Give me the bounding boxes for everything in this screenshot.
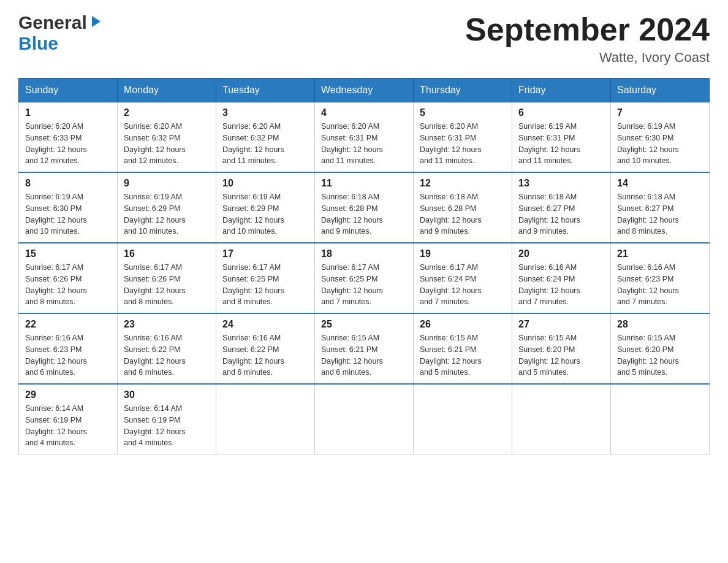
day-number: 25	[321, 319, 407, 330]
month-title: September 2024	[465, 12, 710, 47]
calendar-cell: 8Sunrise: 6:19 AMSunset: 6:30 PMDaylight…	[19, 172, 118, 243]
day-info: Sunrise: 6:18 AMSunset: 6:28 PMDaylight:…	[321, 191, 407, 237]
day-number: 3	[222, 107, 308, 118]
location: Watte, Ivory Coast	[465, 50, 710, 66]
day-number: 6	[518, 107, 604, 118]
day-number: 2	[124, 107, 210, 118]
calendar-week-5: 29Sunrise: 6:14 AMSunset: 6:19 PMDayligh…	[19, 384, 710, 454]
calendar-cell: 15Sunrise: 6:17 AMSunset: 6:26 PMDayligh…	[19, 243, 118, 313]
calendar-cell: 3Sunrise: 6:20 AMSunset: 6:32 PMDaylight…	[216, 102, 315, 173]
calendar-cell: 22Sunrise: 6:16 AMSunset: 6:23 PMDayligh…	[19, 313, 118, 384]
day-info: Sunrise: 6:14 AMSunset: 6:19 PMDaylight:…	[25, 403, 111, 449]
logo-line1: General	[18, 12, 103, 33]
day-number: 20	[518, 248, 604, 259]
day-number: 19	[420, 248, 506, 259]
day-number: 15	[25, 248, 111, 259]
calendar-cell: 29Sunrise: 6:14 AMSunset: 6:19 PMDayligh…	[19, 384, 118, 454]
day-info: Sunrise: 6:16 AMSunset: 6:23 PMDaylight:…	[25, 332, 111, 378]
header-friday: Friday	[512, 79, 611, 102]
day-info: Sunrise: 6:15 AMSunset: 6:21 PMDaylight:…	[420, 332, 506, 378]
header-monday: Monday	[118, 79, 216, 102]
day-number: 28	[617, 319, 703, 330]
calendar-cell: 28Sunrise: 6:15 AMSunset: 6:20 PMDayligh…	[611, 313, 710, 384]
calendar-cell: 4Sunrise: 6:20 AMSunset: 6:31 PMDaylight…	[315, 102, 414, 173]
calendar-cell: 27Sunrise: 6:15 AMSunset: 6:20 PMDayligh…	[512, 313, 611, 384]
calendar-cell: 1Sunrise: 6:20 AMSunset: 6:33 PMDaylight…	[19, 102, 118, 173]
calendar-cell: 17Sunrise: 6:17 AMSunset: 6:25 PMDayligh…	[216, 243, 315, 313]
calendar-week-3: 15Sunrise: 6:17 AMSunset: 6:26 PMDayligh…	[19, 243, 710, 313]
calendar-week-4: 22Sunrise: 6:16 AMSunset: 6:23 PMDayligh…	[19, 313, 710, 384]
day-info: Sunrise: 6:16 AMSunset: 6:22 PMDaylight:…	[222, 332, 308, 378]
day-number: 14	[617, 178, 703, 189]
calendar-cell: 12Sunrise: 6:18 AMSunset: 6:28 PMDayligh…	[414, 172, 512, 243]
calendar-cell: 10Sunrise: 6:19 AMSunset: 6:29 PMDayligh…	[216, 172, 315, 243]
day-number: 10	[222, 178, 308, 189]
day-number: 18	[321, 248, 407, 259]
calendar-cell	[611, 384, 710, 454]
day-number: 16	[124, 248, 210, 259]
calendar-cell: 20Sunrise: 6:16 AMSunset: 6:24 PMDayligh…	[512, 243, 611, 313]
calendar-cell: 30Sunrise: 6:14 AMSunset: 6:19 PMDayligh…	[118, 384, 216, 454]
header-tuesday: Tuesday	[216, 79, 315, 102]
day-info: Sunrise: 6:16 AMSunset: 6:22 PMDaylight:…	[124, 332, 210, 378]
calendar-cell	[315, 384, 414, 454]
day-number: 29	[25, 389, 111, 400]
calendar-cell: 14Sunrise: 6:18 AMSunset: 6:27 PMDayligh…	[611, 172, 710, 243]
day-number: 4	[321, 107, 407, 118]
header-thursday: Thursday	[414, 79, 512, 102]
svg-marker-0	[92, 16, 100, 27]
day-info: Sunrise: 6:19 AMSunset: 6:29 PMDaylight:…	[124, 191, 210, 237]
calendar-cell: 7Sunrise: 6:19 AMSunset: 6:30 PMDaylight…	[611, 102, 710, 173]
day-info: Sunrise: 6:17 AMSunset: 6:26 PMDaylight:…	[25, 262, 111, 308]
day-info: Sunrise: 6:20 AMSunset: 6:32 PMDaylight:…	[124, 121, 210, 167]
calendar-week-2: 8Sunrise: 6:19 AMSunset: 6:30 PMDaylight…	[19, 172, 710, 243]
calendar-cell: 18Sunrise: 6:17 AMSunset: 6:25 PMDayligh…	[315, 243, 414, 313]
logo-arrow-icon	[89, 15, 103, 31]
day-number: 12	[420, 178, 506, 189]
day-info: Sunrise: 6:17 AMSunset: 6:24 PMDaylight:…	[420, 262, 506, 308]
day-info: Sunrise: 6:19 AMSunset: 6:29 PMDaylight:…	[222, 191, 308, 237]
calendar-cell: 23Sunrise: 6:16 AMSunset: 6:22 PMDayligh…	[118, 313, 216, 384]
calendar-cell: 11Sunrise: 6:18 AMSunset: 6:28 PMDayligh…	[315, 172, 414, 243]
calendar-table: SundayMondayTuesdayWednesdayThursdayFrid…	[18, 78, 710, 454]
calendar-cell: 13Sunrise: 6:18 AMSunset: 6:27 PMDayligh…	[512, 172, 611, 243]
day-info: Sunrise: 6:16 AMSunset: 6:23 PMDaylight:…	[617, 262, 703, 308]
calendar-week-1: 1Sunrise: 6:20 AMSunset: 6:33 PMDaylight…	[19, 102, 710, 173]
day-info: Sunrise: 6:18 AMSunset: 6:28 PMDaylight:…	[420, 191, 506, 237]
calendar-header-row: SundayMondayTuesdayWednesdayThursdayFrid…	[19, 79, 710, 102]
day-info: Sunrise: 6:20 AMSunset: 6:31 PMDaylight:…	[321, 121, 407, 167]
day-number: 8	[25, 178, 111, 189]
calendar-cell	[414, 384, 512, 454]
day-info: Sunrise: 6:14 AMSunset: 6:19 PMDaylight:…	[124, 403, 210, 449]
day-number: 5	[420, 107, 506, 118]
calendar-cell: 2Sunrise: 6:20 AMSunset: 6:32 PMDaylight…	[118, 102, 216, 173]
header-saturday: Saturday	[611, 79, 710, 102]
title-section: September 2024 Watte, Ivory Coast	[465, 12, 710, 66]
day-info: Sunrise: 6:17 AMSunset: 6:25 PMDaylight:…	[321, 262, 407, 308]
calendar-cell: 26Sunrise: 6:15 AMSunset: 6:21 PMDayligh…	[414, 313, 512, 384]
day-info: Sunrise: 6:17 AMSunset: 6:25 PMDaylight:…	[222, 262, 308, 308]
header-wednesday: Wednesday	[315, 79, 414, 102]
day-number: 24	[222, 319, 308, 330]
logo-general-text: General	[18, 12, 87, 33]
day-info: Sunrise: 6:16 AMSunset: 6:24 PMDaylight:…	[518, 262, 604, 308]
day-number: 13	[518, 178, 604, 189]
day-number: 26	[420, 319, 506, 330]
logo: General Blue	[18, 12, 103, 54]
day-number: 21	[617, 248, 703, 259]
calendar-cell: 9Sunrise: 6:19 AMSunset: 6:29 PMDaylight…	[118, 172, 216, 243]
calendar-cell: 24Sunrise: 6:16 AMSunset: 6:22 PMDayligh…	[216, 313, 315, 384]
day-info: Sunrise: 6:20 AMSunset: 6:32 PMDaylight:…	[222, 121, 308, 167]
day-info: Sunrise: 6:18 AMSunset: 6:27 PMDaylight:…	[617, 191, 703, 237]
day-info: Sunrise: 6:20 AMSunset: 6:33 PMDaylight:…	[25, 121, 111, 167]
day-info: Sunrise: 6:17 AMSunset: 6:26 PMDaylight:…	[124, 262, 210, 308]
header-sunday: Sunday	[19, 79, 118, 102]
calendar-cell	[216, 384, 315, 454]
calendar-cell: 19Sunrise: 6:17 AMSunset: 6:24 PMDayligh…	[414, 243, 512, 313]
calendar-cell	[512, 384, 611, 454]
calendar-cell: 5Sunrise: 6:20 AMSunset: 6:31 PMDaylight…	[414, 102, 512, 173]
day-number: 27	[518, 319, 604, 330]
day-info: Sunrise: 6:18 AMSunset: 6:27 PMDaylight:…	[518, 191, 604, 237]
calendar-cell: 16Sunrise: 6:17 AMSunset: 6:26 PMDayligh…	[118, 243, 216, 313]
day-number: 30	[124, 389, 210, 400]
